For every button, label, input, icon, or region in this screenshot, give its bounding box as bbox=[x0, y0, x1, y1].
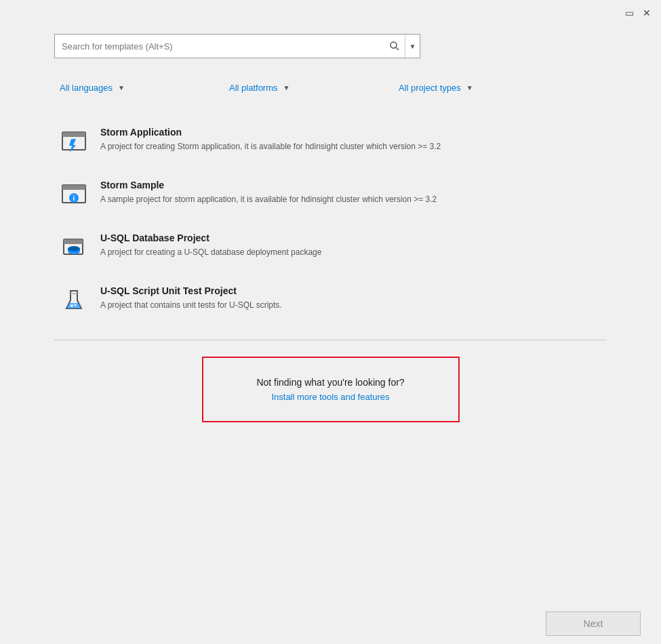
filter-languages-arrow: ▼ bbox=[118, 84, 125, 92]
storm-application-title: Storm Application bbox=[100, 127, 601, 138]
template-item-usql-unit[interactable]: U-SQL Script Unit Test Project A project… bbox=[54, 273, 607, 326]
storm-sample-info: Storm Sample A sample project for storm … bbox=[100, 180, 601, 205]
svg-line-1 bbox=[396, 47, 399, 50]
search-icon bbox=[389, 41, 400, 52]
usql-unit-desc: A project that contains unit tests for U… bbox=[100, 299, 601, 311]
install-tools-link[interactable]: Install more tools and features bbox=[271, 392, 389, 402]
filter-languages-label: All languages bbox=[60, 83, 113, 93]
svg-point-13 bbox=[68, 246, 80, 251]
usql-unit-title: U-SQL Script Unit Test Project bbox=[100, 285, 601, 296]
filter-platforms-label: All platforms bbox=[229, 83, 278, 93]
not-finding-text: Not finding what you're looking for? bbox=[256, 377, 404, 388]
storm-application-icon bbox=[60, 127, 88, 155]
usql-db-info: U-SQL Database Project A project for cre… bbox=[100, 233, 601, 258]
template-item-usql-db[interactable]: U-SQL Database Project A project for cre… bbox=[54, 220, 607, 273]
next-button[interactable]: Next bbox=[546, 611, 641, 636]
search-dropdown-button[interactable]: ▼ bbox=[405, 35, 420, 58]
filters-row: All languages ▼ All platforms ▼ All proj… bbox=[54, 80, 624, 96]
storm-sample-icon: i bbox=[60, 180, 88, 208]
not-finding-container: Not finding what you're looking for? Ins… bbox=[54, 357, 607, 422]
close-button[interactable]: ✕ bbox=[639, 5, 654, 20]
svg-rect-10 bbox=[64, 239, 83, 244]
filter-platforms-arrow: ▼ bbox=[283, 84, 290, 92]
filter-project-types-arrow: ▼ bbox=[466, 84, 473, 92]
search-button[interactable] bbox=[384, 35, 405, 58]
filter-languages[interactable]: All languages ▼ bbox=[54, 80, 224, 96]
usql-db-icon bbox=[60, 233, 88, 261]
svg-rect-6 bbox=[62, 185, 85, 190]
storm-sample-title: Storm Sample bbox=[100, 180, 601, 190]
title-bar: ▭ ✕ bbox=[615, 0, 661, 26]
filter-project-types[interactable]: All project types ▼ bbox=[393, 80, 563, 96]
usql-db-title: U-SQL Database Project bbox=[100, 233, 601, 243]
filter-platforms[interactable]: All platforms ▼ bbox=[224, 80, 393, 96]
usql-unit-icon bbox=[60, 285, 88, 314]
not-finding-box: Not finding what you're looking for? Ins… bbox=[202, 357, 460, 422]
section-divider bbox=[54, 340, 607, 340]
storm-application-desc: A project for creating Storm application… bbox=[100, 140, 601, 153]
svg-point-15 bbox=[71, 304, 73, 307]
svg-point-0 bbox=[390, 42, 397, 48]
svg-text:i: i bbox=[73, 195, 75, 202]
storm-application-info: Storm Application A project for creating… bbox=[100, 127, 601, 153]
template-item-storm-sample[interactable]: i Storm Sample A sample project for stor… bbox=[54, 167, 607, 220]
usql-db-desc: A project for creating a U-SQL database … bbox=[100, 246, 601, 258]
bottom-bar: Next bbox=[0, 603, 661, 644]
usql-unit-info: U-SQL Script Unit Test Project A project… bbox=[100, 285, 601, 311]
storm-sample-desc: A sample project for storm application, … bbox=[100, 193, 601, 205]
template-item-storm-application[interactable]: Storm Application A project for creating… bbox=[54, 115, 607, 167]
filter-project-types-label: All project types bbox=[399, 83, 461, 93]
svg-rect-3 bbox=[62, 132, 85, 137]
maximize-button[interactable]: ▭ bbox=[622, 5, 637, 20]
template-list: Storm Application A project for creating… bbox=[54, 115, 607, 326]
main-content: ▼ All languages ▼ All platforms ▼ All pr… bbox=[54, 34, 607, 603]
search-bar: ▼ bbox=[54, 34, 420, 58]
svg-point-16 bbox=[75, 304, 77, 306]
search-input[interactable] bbox=[55, 35, 384, 58]
